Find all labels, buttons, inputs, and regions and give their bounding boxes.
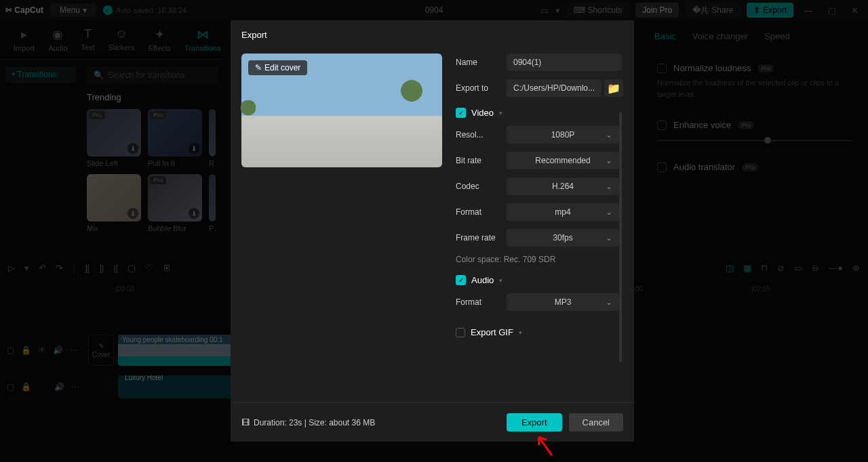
name-input[interactable]: [507, 54, 622, 71]
gif-section[interactable]: Export GIF▾: [456, 327, 619, 337]
edit-cover-button[interactable]: ✎Edit cover: [248, 60, 307, 75]
export-button[interactable]: Export: [507, 413, 562, 432]
film-icon: 🎞: [241, 418, 250, 427]
modal-title: Export: [231, 20, 634, 49]
checkbox-off-icon[interactable]: [456, 328, 465, 337]
cancel-button[interactable]: Cancel: [569, 413, 623, 432]
bitrate-dropdown[interactable]: Recommended: [507, 152, 619, 169]
cover-preview: ✎Edit cover: [241, 54, 442, 167]
audio-format-dropdown[interactable]: MP3: [507, 293, 619, 311]
framerate-dropdown[interactable]: 30fps: [507, 229, 619, 247]
audio-format-label: Format: [456, 297, 507, 307]
resolution-dropdown[interactable]: 1080P: [507, 126, 619, 144]
duration-info: 🎞 Duration: 23s | Size: about 36 MB: [241, 418, 375, 427]
export-modal: Export ✎Edit cover Name Export to C:/Use…: [231, 20, 634, 442]
exportto-path: C:/Users/HP/Downlo...: [507, 79, 601, 97]
scrollbar[interactable]: [619, 112, 622, 362]
pencil-icon: ✎: [255, 63, 262, 72]
colorspace-info: Color space: Rec. 709 SDR: [456, 255, 619, 264]
checkbox-on-icon[interactable]: ✓: [456, 108, 466, 118]
codec-label: Codec: [456, 182, 507, 191]
bitrate-label: Bit rate: [456, 156, 507, 165]
framerate-label: Frame rate: [456, 233, 507, 243]
audio-section[interactable]: ✓ Audio▾: [456, 275, 619, 285]
name-label: Name: [456, 58, 507, 67]
format-dropdown[interactable]: mp4: [507, 203, 619, 221]
browse-folder-button[interactable]: 📁: [604, 79, 623, 97]
format-label: Format: [456, 207, 507, 217]
exportto-label: Export to: [456, 83, 507, 93]
codec-dropdown[interactable]: H.264: [507, 177, 619, 195]
video-section[interactable]: ✓ Video▾: [456, 108, 619, 118]
checkbox-on-icon[interactable]: ✓: [456, 275, 466, 285]
folder-icon: 📁: [607, 82, 620, 95]
resolution-label: Resol...: [456, 130, 507, 140]
